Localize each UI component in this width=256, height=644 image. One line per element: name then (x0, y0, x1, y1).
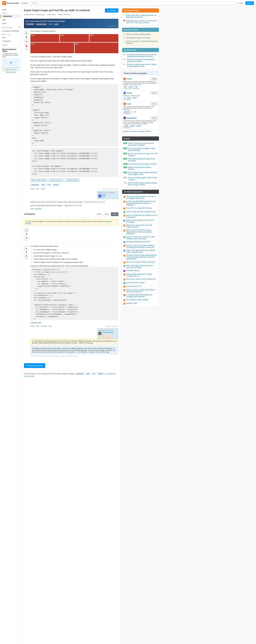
hot-q-link-10[interactable]: Identifying Motherboard and CPU (126, 241, 150, 243)
hot-q-link-22[interactable]: Is looking for plain text storage on an … (126, 294, 158, 298)
hot-q-link-8[interactable]: Open source FCI schema for exact diagona… (126, 229, 158, 235)
openunited-tag-python[interactable]: python (136, 125, 142, 127)
answer-1-upvote[interactable]: ▲ (24, 246, 29, 250)
hot-q-link-20[interactable]: Convert prefix to infix (126, 285, 141, 287)
not-answer-tag-css[interactable]: css (92, 372, 96, 375)
related-link-7[interactable]: CSS fit image to the container depending… (128, 172, 158, 175)
create-free-team-button[interactable]: Create a free Team (2, 67, 20, 71)
hot-meta-link-3[interactable]: Why did my question get closed? I believ… (127, 64, 158, 67)
hot-q-link-13[interactable]: Why don't climate change agreements self… (126, 254, 158, 260)
arolla-tag-java[interactable]: java (123, 86, 127, 88)
hot-meta-link-2[interactable]: There are multireason the [multifile] ta… (127, 58, 158, 62)
tag-javascript[interactable]: javascript (31, 184, 40, 186)
hot-q-link-6[interactable]: Need to list any references for common k… (126, 219, 158, 223)
add-comment-link[interactable]: Add a comment (30, 207, 118, 210)
answer-1-downvote[interactable]: ▼ (24, 254, 29, 259)
jeeng-follow-button[interactable]: Follow (151, 92, 158, 94)
meta-link-1[interactable]: Now live: A fully responsive profile (126, 34, 150, 36)
report-ad[interactable]: Report this ad (25, 26, 117, 27)
hot-q-link-12[interactable]: What could "dripping from the company's … (126, 249, 158, 253)
history-button[interactable]: 🕐 (25, 48, 28, 50)
jeeng-link[interactable]: Jeeng (127, 92, 132, 94)
arolla-tag-net[interactable]: net (134, 86, 138, 88)
not-answer-tag-html[interactable]: html (85, 372, 91, 375)
sidebar-item-users[interactable]: Users (0, 22, 22, 25)
more-companies-link[interactable]: 🏢 More companies on Stack Overflow (123, 130, 151, 132)
openunited-tag-react[interactable]: reactjs (123, 125, 129, 127)
sidebar-item-home[interactable]: Home (0, 8, 22, 12)
jeeng-tag-ai[interactable]: ai (123, 97, 126, 99)
sort-active-tab[interactable]: Active (95, 212, 103, 216)
hidden-downvote-button[interactable]: ▼ (24, 236, 29, 241)
hot-q-link-4[interactable]: How to create a file only if it doesn't … (126, 211, 155, 213)
downvote-button[interactable]: ▼ (24, 39, 29, 44)
intel-logo[interactable]: intel (54, 23, 59, 26)
codepen-link[interactable]: Codepen here (30, 322, 41, 324)
hot-meta-link-1[interactable]: Should this question have been closed as… (127, 54, 158, 58)
tag-css[interactable]: css (47, 184, 51, 186)
arolla-follow-button[interactable]: Follow (151, 78, 158, 80)
hot-q-link-7[interactable]: What is the most humane way to kill cray… (126, 224, 158, 228)
related-link-9[interactable]: flex item width is always equal to intri… (128, 182, 158, 186)
hot-q-link-2[interactable]: Can you use array.@SomeCursor() to go th… (126, 200, 158, 206)
run-code-button[interactable]: ▶ Run code snippet (30, 178, 48, 182)
what-is-teams-link[interactable]: What is Teams? (6, 71, 16, 73)
sort-votes-tab[interactable]: Votes (111, 212, 118, 216)
jeeng-tag-scala[interactable]: scala (127, 97, 131, 99)
hot-q-link-19[interactable]: Harmonic divisor numbers (126, 282, 145, 284)
gitlab-logo[interactable]: 🦊 GitLab (25, 23, 34, 26)
products-link[interactable]: Products (21, 2, 28, 4)
openunited-link[interactable]: OpenUnited (127, 117, 137, 119)
sidebar-item-questions[interactable]: ● Questions (0, 14, 22, 18)
cribl-tag-js2[interactable]: js (131, 111, 134, 113)
share-link[interactable]: Share (30, 188, 35, 190)
teams-close-icon[interactable]: ✕ (19, 44, 20, 46)
cribl-tag-ts[interactable]: ts (134, 111, 137, 113)
sign-up-link[interactable]: Sign up (245, 1, 254, 5)
upvote-button[interactable]: ▲ (24, 30, 29, 35)
expand-snippet-button[interactable]: ⤢ Expand snippet (64, 178, 80, 182)
hot-q-link-1[interactable]: What comes of Rosenbaum commit when he e… (126, 196, 158, 199)
hot-q-link-23[interactable]: Has AlphaZero taught casting? (126, 299, 148, 301)
related-link-4[interactable]: 100% width background image with an auto… (128, 158, 158, 162)
bookmark-button[interactable]: 🔖 (25, 44, 28, 48)
blog-link-2[interactable]: Exploding turkeys and how not to thaw yo… (126, 20, 158, 24)
cribl-link[interactable]: Cribl (127, 103, 131, 105)
sort-oldest-tab[interactable]: Oldest (103, 212, 111, 216)
related-link-8[interactable]: Fill the remaining height or width in a … (128, 177, 158, 180)
meta-link-2[interactable]: Reducing the weight of our footer (126, 37, 150, 39)
hot-q-link-3[interactable]: Cost of PC vs. Amiga 500 in Europe (126, 207, 152, 209)
answerer-username[interactable]: Thomas Billaud (102, 332, 113, 334)
tag-html[interactable]: html (41, 184, 46, 186)
sidebar-item-explore-collectives[interactable]: ◎ Explore Collectives (0, 29, 22, 33)
go-logo[interactable]: GO (48, 23, 53, 26)
answer-edit-link[interactable]: Edit (36, 325, 39, 327)
related-link-6[interactable]: Flexbox not giving equal width to elemen… (128, 166, 158, 170)
search-bar[interactable]: Search… (30, 1, 236, 5)
follow-link[interactable]: Follow (41, 188, 45, 190)
add-another-answer-button[interactable]: Add Another Answer (24, 363, 45, 368)
hot-q-link-16[interactable]: The Witch's Broom (126, 270, 140, 272)
hidden-upvote-button[interactable]: ▲ (24, 228, 29, 232)
answer-flag-link[interactable]: Flag (49, 325, 52, 327)
hot-q-link-17[interactable]: What conditions determine if coding cond… (126, 273, 158, 277)
hot-q-link-11[interactable]: How can I make Linux reboot instead of c… (126, 244, 158, 248)
edit-link[interactable]: Edit (36, 188, 39, 190)
google-cloud-logo[interactable]: Google Cloud (36, 23, 47, 26)
asker-username[interactable]: wigg (102, 194, 106, 196)
meta-link-3[interactable]: Two 8 or not two 8 - Farewell, BoltClock… (126, 40, 158, 44)
sidebar-item-jobs[interactable]: Jobs (0, 36, 22, 39)
answer-undelete-link[interactable]: Undelete (41, 325, 47, 327)
answer-share-link[interactable]: Share (30, 325, 35, 327)
hot-q-link-21[interactable]: What if you have a double-engine failure… (126, 289, 158, 293)
hot-q-link-15[interactable]: How can I fit glass cooking hood into a … (126, 265, 158, 268)
ask-question-button[interactable]: Ask Question (105, 8, 118, 12)
openunited-follow-button[interactable]: Follow (151, 117, 158, 119)
not-answer-tag-flexbox[interactable]: flexbox (97, 372, 104, 375)
related-link-5[interactable]: Font scaling based on width of container (128, 163, 157, 165)
related-link-2[interactable]: How to get image size (height & width) u… (128, 148, 158, 151)
sidebar-item-tags[interactable]: Tags (0, 18, 22, 22)
log-in-link[interactable]: Log in (238, 2, 243, 4)
arolla-link[interactable]: Arolla (127, 78, 132, 80)
stack-overflow-logo-link[interactable]: SO Stack Overflow (2, 1, 19, 5)
